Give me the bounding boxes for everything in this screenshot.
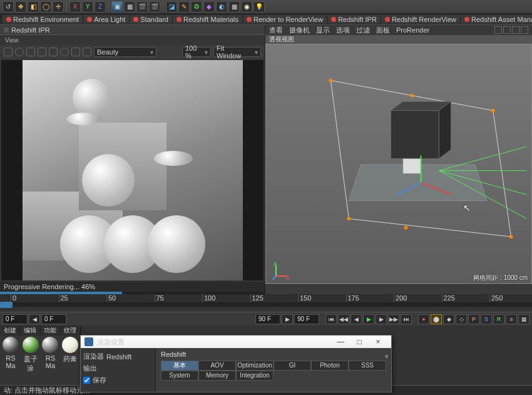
tab-redshift-renderview[interactable]: Redshift RenderView	[381, 15, 461, 24]
window-maximize-icon[interactable]: □	[350, 336, 369, 347]
mat-tab-edit[interactable]: 编辑	[20, 326, 40, 336]
material-1[interactable]: 盖子涂	[21, 337, 40, 364]
rs-tab-integration[interactable]: Integration	[236, 371, 274, 381]
frame-from-field[interactable]: 0 F	[41, 314, 66, 324]
vp-menu-options[interactable]: 选项	[336, 26, 350, 35]
ipr-zoom-field[interactable]: 100 %	[182, 47, 211, 57]
ipr-close-icon[interactable]	[4, 28, 9, 33]
vp-nav1-icon[interactable]	[494, 26, 502, 34]
material-3[interactable]: 药膏	[61, 337, 79, 364]
vp-nav2-icon[interactable]	[503, 26, 511, 34]
prim-cube-icon[interactable]: ◪	[166, 1, 177, 13]
ipr-diamond-icon[interactable]	[71, 48, 80, 56]
render-settings-window[interactable]: 渲染设置 — □ × 渲染器 Redshift 输出 保存 Redshift 基…	[80, 335, 392, 392]
ipr-select-icon[interactable]	[4, 48, 13, 56]
record-icon[interactable]: ●	[418, 314, 429, 324]
key-opt2-icon[interactable]: ◇	[456, 314, 467, 324]
goto-end-icon[interactable]: ⏭	[401, 314, 412, 324]
rs-save-item[interactable]: 保存	[83, 374, 153, 386]
prim-light-icon[interactable]: ◉	[241, 1, 252, 13]
rs-tab-optimization[interactable]: Optimization	[236, 361, 274, 371]
rs-tab-system[interactable]: System	[161, 371, 198, 381]
rs-tab-photon[interactable]: Photon	[311, 361, 349, 371]
range-left-icon[interactable]: ◀	[29, 314, 40, 324]
material-0[interactable]: RS Ma	[1, 337, 20, 364]
prim-pen-icon[interactable]: ✎	[178, 1, 190, 13]
prim-generator-icon[interactable]: ❂	[191, 1, 202, 13]
key-opt1-icon[interactable]: ◆	[443, 314, 454, 324]
key-scale-icon[interactable]: S	[481, 314, 492, 324]
tab-area-light[interactable]: Area Light	[83, 15, 130, 24]
goto-start-icon[interactable]: ⏮	[325, 314, 337, 324]
rs-tab-basic[interactable]: 基本	[161, 361, 198, 371]
ipr-render-view[interactable]	[1, 60, 263, 280]
mat-tab-function[interactable]: 功能	[41, 326, 61, 336]
prim-deformer-icon[interactable]: ◆	[203, 1, 215, 13]
tab-standard[interactable]: Standard	[130, 15, 173, 24]
rs-tab-gi[interactable]: GI	[274, 361, 311, 371]
vp-menu-display[interactable]: 显示	[316, 26, 330, 35]
axis-x-toggle[interactable]: X	[69, 1, 81, 13]
render-region-icon[interactable]: ▦	[124, 1, 135, 13]
render-clap1-icon[interactable]: 🎬	[136, 1, 148, 13]
prim-env-icon[interactable]: ◐	[216, 1, 227, 13]
next-frame-icon[interactable]: ▶	[376, 314, 387, 324]
vp-nav3-icon[interactable]	[512, 26, 519, 34]
autokey-icon[interactable]: ⬤	[431, 314, 442, 324]
mat-tab-create[interactable]: 创建	[0, 326, 20, 336]
next-key-icon[interactable]: ▶▶	[388, 314, 399, 324]
key-pos-icon[interactable]: P	[468, 314, 479, 324]
ipr-circle-icon[interactable]	[15, 48, 24, 56]
prim-camera-icon[interactable]: ▦	[228, 1, 240, 13]
tool-last-icon[interactable]: ✛	[53, 1, 64, 13]
tool-undo-icon[interactable]: ↺	[3, 1, 14, 13]
prev-key-icon[interactable]: ◀◀	[338, 314, 349, 324]
render-clap2-icon[interactable]: 🎬	[149, 1, 160, 13]
play-icon[interactable]: ▶	[363, 314, 374, 324]
tool-rotate-icon[interactable]: ◯	[40, 1, 51, 13]
ipr-circle2-icon[interactable]	[60, 48, 69, 56]
tab-redshift-environment[interactable]: Redshift Environment	[3, 15, 83, 24]
vp-nav4-icon[interactable]	[521, 26, 528, 34]
key-rot-icon[interactable]: R	[493, 314, 504, 324]
key-pla-icon[interactable]: ▦	[518, 314, 529, 324]
render-icon[interactable]: ▣	[111, 1, 123, 13]
frame-to-field[interactable]: 90 F	[255, 314, 280, 324]
axis-y-toggle[interactable]: Y	[82, 1, 93, 13]
tab-redshift-materials[interactable]: Redshift Materials	[173, 15, 243, 24]
rs-tab-memory[interactable]: Memory	[198, 371, 236, 381]
frame-start-field[interactable]: 0 F	[3, 314, 28, 324]
rs-tab-sss[interactable]: SSS	[349, 361, 386, 371]
renderer-select[interactable]: Redshift	[106, 353, 153, 361]
tab-redshift-ipr[interactable]: Redshift IPR	[327, 15, 381, 24]
prev-frame-icon[interactable]: ◀	[350, 314, 362, 324]
vp-menu-panel[interactable]: 面板	[376, 26, 390, 35]
timeline-ruler[interactable]: 0 25 50 75 100 125 150 175 200 225 250	[0, 294, 532, 303]
ipr-grid-icon[interactable]	[38, 48, 46, 56]
vp-menu-camera[interactable]: 摄像机	[289, 26, 310, 35]
rs-tab-aov[interactable]: AOV	[198, 361, 236, 371]
ipr-grid2-icon[interactable]	[49, 48, 58, 56]
viewport-3d[interactable]: yx ↖ 网格间距 : 1000 cm	[265, 44, 532, 284]
frame-current-field[interactable]: 90 F	[294, 314, 319, 324]
ipr-snapshot-icon[interactable]	[26, 48, 35, 56]
vp-menu-prorender[interactable]: ProRender	[396, 26, 429, 34]
ipr-aov-select[interactable]: Beauty	[94, 47, 156, 57]
axis-z-toggle[interactable]: Z	[95, 1, 106, 13]
ipr-fit-select[interactable]: Fit Window	[213, 47, 261, 57]
render-settings-titlebar[interactable]: 渲染设置 — □ ×	[81, 336, 391, 348]
tab-render-to-renderview[interactable]: Render to RenderView	[243, 15, 327, 24]
tab-redshift-asset-manager[interactable]: Redshift Asset Manager	[461, 15, 532, 24]
rs-save-checkbox[interactable]	[83, 377, 90, 384]
material-2[interactable]: RS Ma	[41, 337, 60, 364]
window-minimize-icon[interactable]: —	[331, 336, 350, 347]
vp-menu-view[interactable]: 查看	[269, 26, 283, 35]
ipr-square-icon[interactable]	[83, 48, 91, 56]
tool-move-icon[interactable]: ✥	[15, 1, 26, 13]
key-param-icon[interactable]: ≡	[506, 314, 517, 324]
timeline-slider[interactable]	[0, 303, 532, 307]
tool-scale-icon[interactable]: ◧	[28, 1, 39, 13]
mat-tab-texture[interactable]: 纹理	[61, 326, 81, 336]
rs-output-item[interactable]: 输出	[83, 362, 153, 374]
window-close-icon[interactable]: ×	[369, 336, 387, 347]
